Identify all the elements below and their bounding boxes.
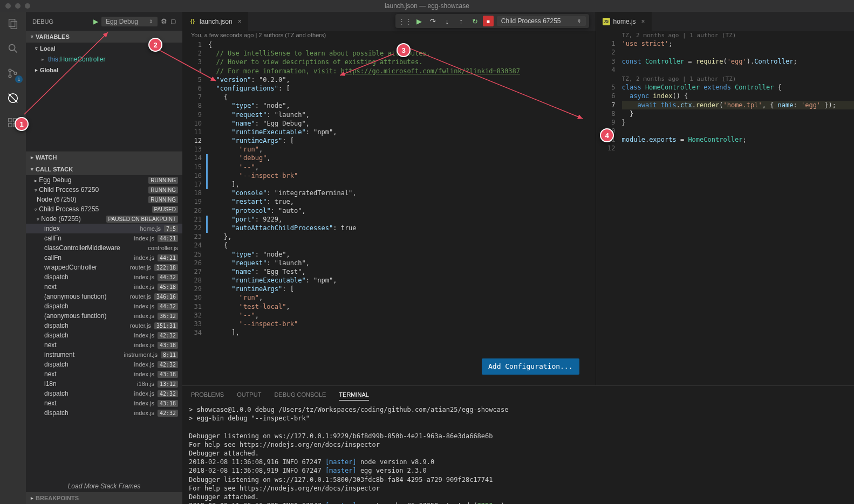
stack-frame[interactable]: instrumentinstrument.js8:11 — [26, 350, 182, 360]
stack-thread[interactable]: ▿ Child Process 67250RUNNING — [26, 185, 182, 195]
git-blame-annotation: You, a few seconds ago | 2 authors (TZ a… — [182, 31, 596, 40]
callstack-header[interactable]: ▿CALL STACK — [26, 163, 182, 175]
stack-frame[interactable]: (anonymous function)index.js36:12 — [26, 311, 182, 321]
annotation-2: 2 — [148, 38, 162, 52]
scm-badge: 1 — [15, 75, 23, 83]
annotation-1: 1 — [15, 117, 29, 131]
tab-output[interactable]: OUTPUT — [237, 389, 261, 400]
stack-frame[interactable]: (anonymous function)router.js346:16 — [26, 292, 182, 301]
debug-toolbar[interactable]: ⋮⋮ ▶ ↷ ↓ ↑ ↻ ■ Child Process 67255⇳ — [395, 14, 589, 28]
close-icon[interactable]: × — [641, 18, 645, 25]
stack-frame[interactable]: dispatchindex.js42:32 — [26, 389, 182, 398]
watch-header[interactable]: ▸WATCH — [26, 151, 182, 163]
svg-rect-1 — [11, 21, 17, 29]
code-editor-1[interactable]: 1234567891011121314151617181920212223242… — [182, 40, 596, 385]
svg-rect-0 — [9, 19, 15, 27]
stack-thread[interactable]: ▿ Child Process 67255PAUSED — [26, 204, 182, 214]
debug-sidebar: DEBUG ▶ Egg Debug⇳ ⚙ ▢ ▿VARIABLES ▿Local… — [26, 12, 182, 504]
global-header[interactable]: ▸Global — [26, 64, 182, 76]
sidebar-title: DEBUG — [32, 18, 53, 25]
tab-launch-json[interactable]: {} launch.json × — [182, 12, 249, 31]
stack-frame[interactable]: dispatchindex.js42:32 — [26, 360, 182, 369]
tab-debug-console[interactable]: DEBUG CONSOLE — [274, 389, 326, 400]
stack-thread[interactable]: ▸ Egg DebugRUNNING — [26, 175, 182, 185]
stack-frame[interactable]: nextindex.js43:18 — [26, 369, 182, 379]
stack-frame[interactable]: callFnindex.js44:21 — [26, 253, 182, 263]
stack-frame[interactable]: dispatchindex.js42:32 — [26, 408, 182, 418]
stack-frame[interactable]: dispatchindex.js42:32 — [26, 330, 182, 340]
step-into-button[interactable]: ↓ — [441, 15, 454, 27]
title-bar: launch.json — egg-showcase — [0, 0, 854, 12]
annotation-3: 3 — [397, 43, 411, 57]
tab-bar-1: {} launch.json × ⋮⋮ ▶ ↷ ↓ ↑ ↻ ■ Child Pr… — [182, 12, 596, 31]
window-title: launch.json — egg-showcase — [385, 2, 469, 10]
zoom-dot[interactable] — [25, 3, 30, 9]
panel-tabs: PROBLEMS OUTPUT DEBUG CONSOLE TERMINAL — [182, 386, 854, 403]
close-dot[interactable] — [5, 3, 11, 9]
debug-process-select[interactable]: Child Process 67255⇳ — [497, 16, 586, 26]
stack-thread[interactable]: ▿ Node (67255)PAUSED ON BREAKPOINT — [26, 214, 182, 224]
js-file-icon: JS — [603, 18, 610, 25]
debug-config-select[interactable]: Egg Debug⇳ — [101, 17, 158, 26]
svg-point-2 — [9, 45, 15, 51]
bottom-panel: PROBLEMS OUTPUT DEBUG CONSOLE TERMINAL >… — [182, 385, 854, 504]
svg-rect-10 — [9, 123, 12, 127]
svg-rect-9 — [9, 119, 12, 122]
close-icon[interactable]: × — [238, 18, 242, 25]
stack-thread[interactable]: Node (67250)RUNNING — [26, 195, 182, 204]
tab-terminal[interactable]: TERMINAL — [339, 389, 369, 401]
console-icon[interactable]: ▢ — [170, 18, 176, 25]
explorer-icon[interactable] — [6, 17, 19, 30]
scm-icon[interactable]: 1 — [6, 67, 19, 80]
stack-frame[interactable]: dispatchrouter.js351:31 — [26, 321, 182, 330]
svg-line-3 — [15, 50, 17, 53]
restart-button[interactable]: ↻ — [469, 15, 482, 27]
tab-problems[interactable]: PROBLEMS — [191, 389, 224, 400]
load-more-frames[interactable]: Load More Stack Frames — [26, 480, 182, 492]
stack-frame[interactable]: nextindex.js45:18 — [26, 282, 182, 292]
svg-point-6 — [14, 72, 17, 75]
search-icon[interactable] — [6, 42, 19, 55]
step-over-button[interactable]: ↷ — [427, 15, 440, 27]
tab-bar-2: JS home.js × — [596, 12, 854, 31]
stack-frame[interactable]: dispatchindex.js44:32 — [26, 272, 182, 282]
sidebar-header: DEBUG ▶ Egg Debug⇳ ⚙ ▢ — [26, 12, 182, 31]
add-configuration-button[interactable]: Add Configuration... — [482, 358, 579, 375]
variable-this[interactable]: ▸ this: HomeController — [26, 54, 182, 64]
svg-point-4 — [9, 69, 11, 72]
stack-frame[interactable]: callFnindex.js44:21 — [26, 233, 182, 243]
breakpoints-header[interactable]: ▸BREAKPOINTS — [26, 492, 182, 504]
debug-icon[interactable] — [6, 92, 19, 105]
stack-frame[interactable]: dispatchindex.js44:32 — [26, 301, 182, 311]
editor-group-1: {} launch.json × ⋮⋮ ▶ ↷ ↓ ↑ ↻ ■ Child Pr… — [182, 12, 596, 385]
json-file-icon: {} — [189, 18, 196, 25]
stack-frame[interactable]: wrappedControllerrouter.js322:18 — [26, 263, 182, 272]
code-editor-2[interactable]: 1234 56789101112 TZ, 2 months ago | 1 au… — [596, 31, 854, 385]
gear-icon[interactable]: ⚙ — [161, 17, 167, 25]
continue-button[interactable]: ▶ — [413, 15, 426, 27]
callstack-list: ▸ Egg DebugRUNNING▿ Child Process 67250R… — [26, 175, 182, 480]
window-controls[interactable] — [0, 3, 30, 9]
stack-frame[interactable]: indexhome.js7:5 — [26, 224, 182, 233]
start-debug-button[interactable]: ▶ — [93, 18, 98, 25]
stack-frame[interactable]: nextindex.js43:18 — [26, 398, 182, 408]
stack-frame[interactable]: classControllerMiddlewarecontroller.js — [26, 243, 182, 253]
activity-bar: 1 — [0, 12, 26, 504]
svg-point-5 — [9, 75, 11, 78]
minimize-dot[interactable] — [15, 3, 21, 9]
tab-home-js[interactable]: JS home.js × — [596, 12, 652, 31]
stack-frame[interactable]: nextindex.js43:18 — [26, 340, 182, 350]
stack-frame[interactable]: i18ni18n.js13:12 — [26, 379, 182, 389]
stop-button[interactable]: ■ — [483, 16, 494, 26]
terminal-output[interactable]: > showcase@1.0.0 debug /Users/tz/Workspa… — [182, 403, 854, 504]
annotation-4: 4 — [600, 128, 614, 142]
drag-handle-icon[interactable]: ⋮⋮ — [399, 15, 412, 27]
step-out-button[interactable]: ↑ — [455, 15, 468, 27]
editor-group-2: JS home.js × 1234 56789101112 TZ, 2 mont… — [596, 12, 854, 385]
